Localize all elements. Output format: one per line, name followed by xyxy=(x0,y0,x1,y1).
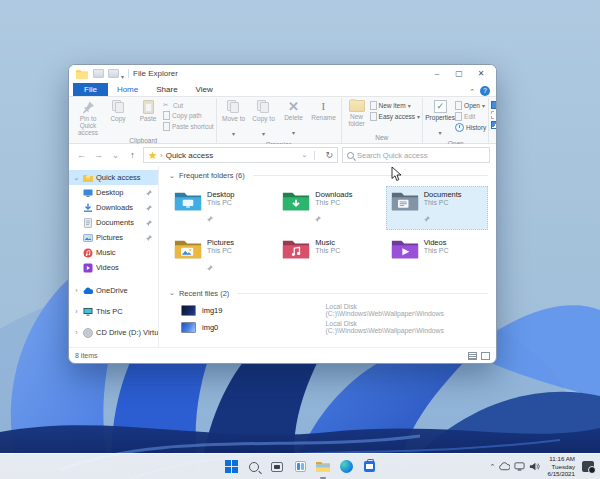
properties-icon xyxy=(434,100,447,113)
copy-path-button[interactable]: Copy path xyxy=(163,111,214,120)
properties-button[interactable]: Properties xyxy=(425,99,455,139)
search-input[interactable] xyxy=(357,151,485,160)
folder-tile-videos[interactable]: Videos This PC xyxy=(386,234,488,278)
clock[interactable]: 11:16 AM Tuesday 6/15/2021 xyxy=(547,455,575,478)
chevron-right-icon[interactable]: › xyxy=(73,308,80,315)
frequent-folders-header[interactable]: ⌄ Frequent folders (6) xyxy=(169,171,488,180)
chevron-right-icon[interactable]: › xyxy=(73,287,80,294)
new-item-button[interactable]: New item xyxy=(370,101,421,110)
folder-tile-pictures[interactable]: Pictures This PC xyxy=(169,234,271,278)
chevron-right-icon[interactable]: › xyxy=(73,329,80,336)
invert-selection-icon xyxy=(491,121,497,129)
sidebar-item-quick-access[interactable]: ⌄ Quick access xyxy=(69,170,158,185)
move-to-button[interactable]: Move to xyxy=(219,99,249,140)
taskbar-file-explorer-button[interactable] xyxy=(315,459,331,475)
easy-access-button[interactable]: Easy access xyxy=(370,112,421,121)
tab-home[interactable]: Home xyxy=(108,83,147,96)
refresh-icon[interactable]: ↻ xyxy=(325,150,333,160)
quick-access-icon xyxy=(83,173,93,183)
sidebar-item-downloads[interactable]: Downloads xyxy=(69,200,158,215)
folder-tile-downloads[interactable]: Downloads This PC xyxy=(277,186,379,230)
delete-button[interactable]: ✕ Delete xyxy=(279,99,309,139)
task-view-button[interactable] xyxy=(269,459,285,475)
sidebar-item-videos[interactable]: Videos xyxy=(69,260,158,275)
task-view-icon xyxy=(271,462,283,472)
search-box[interactable] xyxy=(342,147,490,163)
music-icon xyxy=(83,248,93,258)
new-item-icon xyxy=(370,101,377,110)
help-icon[interactable]: ? xyxy=(480,86,490,96)
edge-button[interactable] xyxy=(338,459,354,475)
sidebar-item-pictures[interactable]: Pictures xyxy=(69,230,158,245)
sidebar-item-documents[interactable]: Documents xyxy=(69,215,158,230)
ribbon-group-new: New folder New item Easy access New xyxy=(342,98,424,143)
volume-tray-icon[interactable] xyxy=(529,461,540,472)
network-tray-icon[interactable] xyxy=(514,461,525,472)
store-button[interactable] xyxy=(361,459,377,475)
paste-button[interactable]: Paste xyxy=(133,99,163,122)
tab-share[interactable]: Share xyxy=(147,83,186,96)
large-icons-view-button[interactable] xyxy=(481,352,490,360)
sidebar-item-this-pc[interactable]: › This PC xyxy=(69,304,158,319)
qat-new-folder-button[interactable] xyxy=(108,69,119,78)
open-button[interactable]: Open xyxy=(455,101,486,110)
new-folder-button[interactable]: New folder xyxy=(344,99,370,127)
mouse-cursor xyxy=(391,167,402,182)
minimize-button[interactable]: – xyxy=(426,66,448,81)
copy-button[interactable]: Copy xyxy=(103,99,133,122)
collapse-chevron-icon[interactable]: ⌄ xyxy=(169,289,175,297)
delete-icon: ✕ xyxy=(288,100,299,113)
qat-customize-caret-icon[interactable] xyxy=(121,65,124,83)
tab-view[interactable]: View xyxy=(187,83,222,96)
cut-button[interactable]: ✂Cut xyxy=(163,101,214,109)
recent-files-header[interactable]: ⌄ Recent files (2) xyxy=(169,289,488,298)
back-button[interactable]: ← xyxy=(75,150,88,160)
widgets-button[interactable] xyxy=(292,459,308,475)
pin-to-quick-access-button[interactable]: Pin to Quick access xyxy=(73,99,103,136)
ribbon-group-select: Select all Select none Invert selection … xyxy=(489,98,497,143)
sidebar-item-cd-drive[interactable]: › CD Drive (D:) Virtual xyxy=(69,325,158,340)
recent-files-list: img19 Local Disk (C:)\Windows\Web\Wallpa… xyxy=(169,302,488,336)
minimize-ribbon-icon[interactable]: ⌃ xyxy=(464,88,480,96)
tray-overflow-chevron-icon[interactable]: ⌃ xyxy=(490,463,496,471)
select-all-button[interactable]: Select all xyxy=(491,101,497,109)
select-none-button[interactable]: Select none xyxy=(491,111,497,119)
notification-center-icon[interactable] xyxy=(582,461,594,472)
details-view-button[interactable] xyxy=(468,352,477,360)
folder-tile-desktop[interactable]: Desktop This PC xyxy=(169,186,271,230)
edit-button[interactable]: Edit xyxy=(455,112,486,121)
onedrive-tray-icon[interactable] xyxy=(499,461,510,472)
recent-locations-caret-icon[interactable]: ⌄ xyxy=(109,150,122,160)
recent-file-row[interactable]: img0 Local Disk (C:)\Windows\Web\Wallpap… xyxy=(169,319,488,336)
recent-file-row[interactable]: img19 Local Disk (C:)\Windows\Web\Wallpa… xyxy=(169,302,488,319)
up-button[interactable]: ↑ xyxy=(126,150,139,160)
start-button[interactable] xyxy=(223,459,239,475)
forward-button[interactable]: → xyxy=(92,150,105,160)
invert-selection-button[interactable]: Invert selection xyxy=(491,121,497,129)
pushpin-icon xyxy=(82,100,95,114)
address-bar[interactable]: › Quick access ⌄ ↻ xyxy=(143,147,338,163)
copy-to-button[interactable]: Copy to xyxy=(249,99,279,140)
titlebar[interactable]: File Explorer – ▢ ✕ xyxy=(69,65,496,82)
sidebar-item-network[interactable]: › Network xyxy=(69,346,158,347)
tab-file[interactable]: File xyxy=(73,83,108,96)
maximize-button[interactable]: ▢ xyxy=(448,66,470,81)
rename-button[interactable]: Rename xyxy=(309,99,339,121)
address-dropdown-caret-icon[interactable]: ⌄ xyxy=(302,151,308,159)
chevron-down-icon[interactable]: ⌄ xyxy=(73,174,80,182)
folder-tile-music[interactable]: Music This PC xyxy=(277,234,379,278)
history-button[interactable]: History xyxy=(455,123,486,132)
tray-date: 6/15/2021 xyxy=(547,470,575,478)
close-button[interactable]: ✕ xyxy=(470,66,492,81)
items-count: 8 items xyxy=(75,352,98,359)
sidebar-item-music[interactable]: Music xyxy=(69,245,158,260)
taskbar-search-button[interactable] xyxy=(246,459,262,475)
breadcrumb[interactable]: Quick access xyxy=(166,151,299,160)
address-bar-row: ← → ⌄ ↑ › Quick access ⌄ ↻ xyxy=(69,144,496,166)
collapse-chevron-icon[interactable]: ⌄ xyxy=(169,172,175,180)
sidebar-item-onedrive[interactable]: › OneDrive xyxy=(69,283,158,298)
sidebar-item-desktop[interactable]: Desktop xyxy=(69,185,158,200)
folder-tile-documents[interactable]: Documents This PC xyxy=(386,186,488,230)
qat-properties-button[interactable] xyxy=(93,69,104,78)
paste-shortcut-button[interactable]: Paste shortcut xyxy=(163,122,214,131)
